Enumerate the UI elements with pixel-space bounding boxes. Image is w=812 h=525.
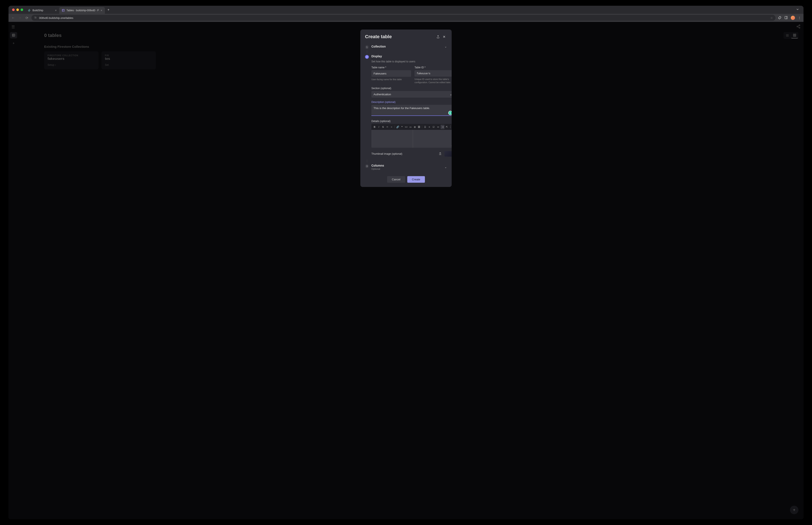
buildship-favicon <box>28 9 31 12</box>
rte-checklist[interactable]: ☑ <box>432 125 435 129</box>
section-label: Section (optional) <box>371 87 452 90</box>
chevron-down-icon: ⌄ <box>450 93 452 96</box>
section-select[interactable]: Authentication ⌄ <box>371 91 452 97</box>
modal-header: Create table ✕ <box>365 34 447 40</box>
step-display-header[interactable]: Display ⌃ <box>371 55 452 58</box>
site-settings-icon[interactable] <box>34 16 37 20</box>
menu-icon[interactable]: ⋮ <box>798 16 801 19</box>
step-desc: Set how this table is displayed to users <box>371 60 452 63</box>
browser-tab-buildship[interactable]: BuildShip × <box>25 7 59 14</box>
tab-title: BuildShip <box>32 9 43 12</box>
table-name-label: Table name * <box>371 66 411 69</box>
modal-overlay[interactable]: Create table ✕ 1 Collection ⌄ <box>9 22 803 519</box>
table-name-help: User-facing name for this table <box>371 78 411 81</box>
rte-indent[interactable]: ⇥ <box>441 125 444 129</box>
rte-link[interactable]: 🔗 <box>396 125 400 129</box>
rte-italic[interactable]: I <box>377 125 381 129</box>
modal-footer: Cancel Create <box>365 176 447 183</box>
step-badge: 2 <box>365 55 369 59</box>
chevron-down-icon: ⌄ <box>444 45 447 48</box>
panel-icon[interactable] <box>784 16 788 20</box>
rte-heading[interactable]: H <box>385 125 389 129</box>
rte-heading2[interactable]: H <box>390 125 394 129</box>
tab-bar: BuildShip × Tables · buildship-008vd0 · … <box>9 6 803 14</box>
window-minimize[interactable] <box>16 9 19 11</box>
browser-window: BuildShip × Tables · buildship-008vd0 · … <box>9 6 803 519</box>
chevron-down-icon: ⌄ <box>444 165 447 169</box>
traffic-lights <box>11 9 25 11</box>
export-icon[interactable] <box>435 34 441 40</box>
description-textarea[interactable] <box>371 105 452 116</box>
rte-ol[interactable]: ≡ <box>427 125 431 129</box>
step-badge: 3 <box>365 164 369 168</box>
window-maximize[interactable] <box>20 9 23 11</box>
step-title: Display <box>371 55 452 58</box>
tab-title: Tables · buildship-008vd0 · F <box>67 9 99 12</box>
rte-ul[interactable]: ☰ <box>423 125 427 129</box>
step-connector <box>367 50 367 53</box>
rte-embed[interactable]: ⊞ <box>413 125 417 129</box>
step-columns[interactable]: 3 Columns Optional ⌄ <box>365 163 447 171</box>
address-bar: ← → ⟳ 008vd0.buildship.one/tables ☆ ⋮ <box>9 14 803 22</box>
grammarly-icon[interactable] <box>448 111 452 115</box>
svg-rect-1 <box>785 16 787 19</box>
rte-body[interactable]: ⋯ <box>371 130 452 148</box>
rte-outdent[interactable]: ⇤ <box>437 125 440 129</box>
rte-collapse[interactable]: ⇱ <box>445 125 449 129</box>
window-close[interactable] <box>12 9 15 11</box>
rte-strike[interactable]: S <box>381 125 385 129</box>
step-title: Columns <box>371 164 384 167</box>
step-collection[interactable]: 1 Collection ⌄ <box>365 44 447 50</box>
table-id-input[interactable] <box>414 70 452 77</box>
close-icon[interactable]: × <box>55 9 57 12</box>
rte-toolbar: B I S H H 🔗 ❝ <> ▭ <box>371 124 452 130</box>
profile-avatar[interactable] <box>791 16 795 20</box>
thumbnail-row: Thumbnail image (optional) <box>371 151 452 156</box>
table-id-help: Unique ID used to store this table's con… <box>414 78 452 84</box>
rte-image[interactable]: 🖼 <box>417 125 421 129</box>
rte-codeblock[interactable]: ▭ <box>409 125 412 129</box>
forward-button[interactable]: → <box>18 16 22 20</box>
url-box[interactable]: 008vd0.buildship.one/tables ☆ <box>31 15 776 21</box>
create-button[interactable]: Create <box>407 176 425 183</box>
step-connector <box>367 160 367 163</box>
step-title: Collection <box>371 45 444 48</box>
description-label: Description (optional) <box>371 101 452 104</box>
rte-fullscreen[interactable]: ⛶ <box>449 125 452 129</box>
rte-code[interactable]: <> <box>404 125 408 129</box>
tables-favicon <box>62 9 65 12</box>
step-sub: Optional <box>371 168 384 170</box>
close-icon[interactable]: ✕ <box>441 34 447 40</box>
cancel-button[interactable]: Cancel <box>387 176 405 183</box>
create-table-modal: Create table ✕ 1 Collection ⌄ <box>360 30 452 187</box>
rte-quote[interactable]: ❝ <box>400 125 404 129</box>
close-icon[interactable]: × <box>101 9 102 12</box>
tab-dropdown[interactable] <box>794 7 801 13</box>
bookmark-icon[interactable]: ☆ <box>770 16 773 19</box>
step-display: 2 Display ⌃ Set how this table is displa… <box>365 53 447 160</box>
url-text: 008vd0.buildship.one/tables <box>39 16 73 19</box>
browser-tab-tables[interactable]: Tables · buildship-008vd0 · F × <box>59 7 105 14</box>
back-button[interactable]: ← <box>11 16 15 20</box>
details-label: Details (optional) <box>371 120 452 123</box>
reload-button[interactable]: ⟳ <box>25 16 29 20</box>
extensions-icon[interactable] <box>778 16 781 20</box>
table-name-input[interactable] <box>371 70 411 77</box>
step-badge: 1 <box>365 45 369 49</box>
svg-rect-0 <box>62 9 64 12</box>
upload-icon[interactable] <box>439 152 442 156</box>
app-content: ☰ + 0 tables <box>9 22 803 519</box>
rte-bold[interactable]: B <box>373 125 377 129</box>
new-tab-button[interactable]: + <box>105 8 112 12</box>
thumbnail-label: Thumbnail image (optional) <box>371 152 436 155</box>
table-id-label: Table ID * <box>414 66 452 69</box>
thumbnail-preview[interactable] <box>444 151 452 156</box>
rte-resize-handle[interactable]: ⋯ <box>451 144 452 147</box>
chrome-actions: ⋮ <box>778 16 801 20</box>
modal-title: Create table <box>365 34 435 40</box>
